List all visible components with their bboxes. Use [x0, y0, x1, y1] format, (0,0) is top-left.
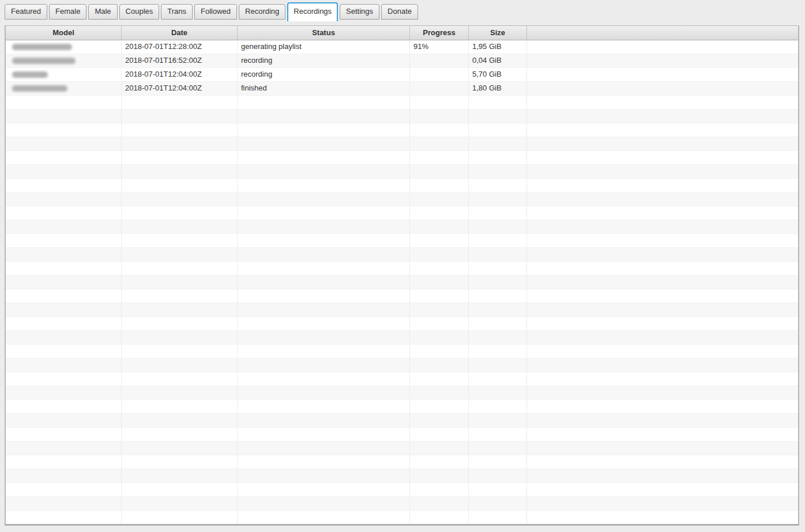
- table-row[interactable]: [6, 262, 798, 276]
- tab-recordings[interactable]: Recordings: [287, 2, 338, 21]
- table-row[interactable]: [6, 483, 798, 497]
- cell-progress: [410, 151, 469, 165]
- table-row[interactable]: 2018-07-01T12:04:00Zrecording5,70 GiB: [6, 68, 798, 82]
- cell-filler: [527, 331, 798, 345]
- table-row[interactable]: [6, 206, 798, 220]
- cell-date: [122, 193, 238, 206]
- table-row[interactable]: [6, 137, 798, 151]
- cell-progress: [410, 137, 469, 151]
- cell-size: [469, 262, 527, 276]
- table-row[interactable]: [6, 248, 798, 262]
- cell-progress: [410, 345, 469, 359]
- cell-filler: [527, 359, 798, 372]
- cell-model: [6, 123, 122, 137]
- table-row[interactable]: [6, 511, 798, 525]
- table-row[interactable]: [6, 123, 798, 137]
- cell-model: [6, 193, 122, 206]
- tab-settings[interactable]: Settings: [340, 4, 379, 20]
- table-row[interactable]: [6, 165, 798, 179]
- cell-size: [469, 123, 527, 137]
- table-row[interactable]: [6, 345, 798, 359]
- tab-followed[interactable]: Followed: [194, 4, 237, 20]
- table-row[interactable]: [6, 220, 798, 234]
- table-body: 2018-07-01T12:28:00Zgenerating playlist9…: [6, 40, 798, 525]
- cell-progress: [410, 303, 469, 317]
- cell-model: [6, 372, 122, 386]
- table-row[interactable]: [6, 414, 798, 428]
- tab-bar: Featured Female Male Couples Trans Follo…: [0, 0, 805, 23]
- cell-model: [6, 206, 122, 220]
- table-row[interactable]: [6, 193, 798, 206]
- tab-male[interactable]: Male: [88, 4, 117, 20]
- cell-filler: [527, 276, 798, 289]
- table-header-row: Model Date Status Progress Size: [6, 26, 798, 40]
- cell-model: [6, 54, 122, 68]
- table-row[interactable]: 2018-07-01T12:04:00Zfinished1,80 GiB: [6, 82, 798, 96]
- cell-filler: [527, 400, 798, 414]
- column-header-size[interactable]: Size: [469, 26, 527, 40]
- cell-size: [469, 317, 527, 331]
- cell-size: 0,04 GiB: [469, 54, 527, 68]
- tab-donate[interactable]: Donate: [381, 4, 418, 20]
- tab-featured[interactable]: Featured: [5, 4, 47, 20]
- table-row[interactable]: [6, 386, 798, 400]
- cell-filler: [527, 455, 798, 469]
- cell-size: [469, 372, 527, 386]
- redacted-model-name: [12, 44, 72, 50]
- tab-couples[interactable]: Couples: [119, 4, 160, 20]
- cell-filler: [527, 82, 798, 96]
- cell-status: [238, 428, 410, 442]
- cell-size: [469, 234, 527, 248]
- cell-progress: [410, 96, 469, 110]
- table-row[interactable]: [6, 151, 798, 165]
- tab-female[interactable]: Female: [49, 4, 86, 20]
- table-row[interactable]: [6, 359, 798, 372]
- table-row[interactable]: [6, 372, 798, 386]
- cell-progress: [410, 497, 469, 511]
- column-header-model[interactable]: Model: [6, 26, 122, 40]
- cell-filler: [527, 303, 798, 317]
- table-row[interactable]: [6, 331, 798, 345]
- tab-recording[interactable]: Recording: [239, 4, 285, 20]
- table-row[interactable]: 2018-07-01T12:28:00Zgenerating playlist9…: [6, 40, 798, 54]
- table-row[interactable]: [6, 400, 798, 414]
- tab-trans[interactable]: Trans: [161, 4, 193, 20]
- column-header-date[interactable]: Date: [122, 26, 238, 40]
- cell-date: [122, 96, 238, 110]
- cell-model: [6, 262, 122, 276]
- table-row[interactable]: [6, 289, 798, 303]
- cell-status: [238, 455, 410, 469]
- cell-filler: [527, 248, 798, 262]
- table-row[interactable]: [6, 428, 798, 442]
- table-row[interactable]: [6, 469, 798, 483]
- cell-date: [122, 469, 238, 483]
- table-row[interactable]: [6, 96, 798, 110]
- table-row[interactable]: [6, 110, 798, 123]
- cell-date: [122, 345, 238, 359]
- cell-progress: [410, 331, 469, 345]
- table-row[interactable]: 2018-07-01T16:52:00Zrecording0,04 GiB: [6, 54, 798, 68]
- cell-status: [238, 331, 410, 345]
- cell-size: [469, 137, 527, 151]
- table-row[interactable]: [6, 179, 798, 193]
- table-row[interactable]: [6, 497, 798, 511]
- cell-status: [238, 303, 410, 317]
- recordings-table: Model Date Status Progress Size 2018-07-…: [5, 25, 799, 526]
- table-row[interactable]: [6, 317, 798, 331]
- cell-progress: [410, 455, 469, 469]
- table-row[interactable]: [6, 276, 798, 289]
- cell-model: [6, 455, 122, 469]
- cell-progress: [410, 400, 469, 414]
- table-row[interactable]: [6, 303, 798, 317]
- table-row[interactable]: [6, 234, 798, 248]
- cell-status: [238, 137, 410, 151]
- cell-model: [6, 317, 122, 331]
- cell-size: [469, 331, 527, 345]
- cell-size: [469, 469, 527, 483]
- column-header-progress[interactable]: Progress: [410, 26, 469, 40]
- table-row[interactable]: [6, 455, 798, 469]
- table-row[interactable]: [6, 442, 798, 455]
- column-header-status[interactable]: Status: [238, 26, 410, 40]
- cell-progress: 91%: [410, 40, 469, 54]
- cell-progress: [410, 483, 469, 497]
